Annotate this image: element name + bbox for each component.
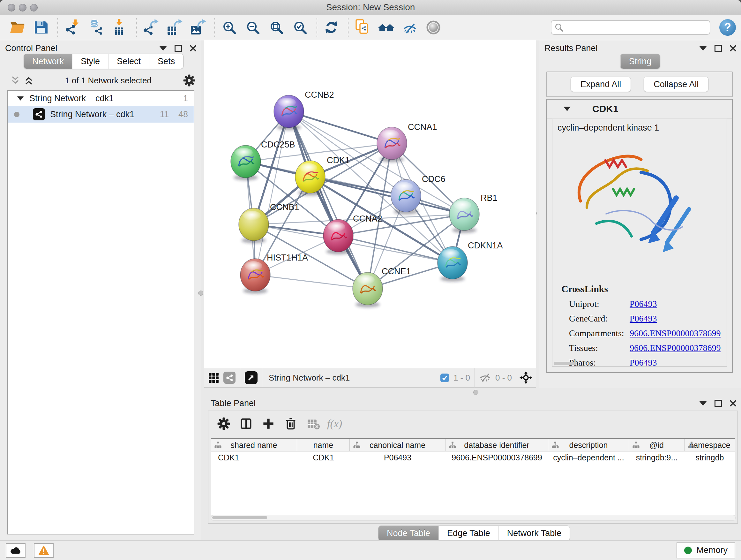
network-node-CDC25B[interactable] <box>231 145 261 180</box>
zoom-in-icon[interactable] <box>220 18 238 37</box>
network-node-CDC6[interactable] <box>391 179 421 214</box>
zoom-out-icon[interactable] <box>244 18 262 37</box>
uniprot-link[interactable]: P06493 <box>630 299 657 309</box>
network-node-CCNB1[interactable] <box>239 208 269 243</box>
network-options-gear-icon[interactable] <box>183 74 195 86</box>
collection-expander-icon[interactable] <box>17 97 23 101</box>
network-edge[interactable] <box>255 275 367 289</box>
cell-namespace[interactable]: stringdb <box>684 451 735 463</box>
zoom-fit-content-icon[interactable] <box>267 18 285 37</box>
hide-graphics-eye-slash-icon[interactable] <box>401 18 419 37</box>
add-column-plus-icon[interactable] <box>262 417 275 430</box>
apply-layout-refresh-icon[interactable] <box>322 18 340 37</box>
function-builder-icon[interactable]: f(x) <box>327 418 342 430</box>
show-graphics-orb-icon[interactable] <box>424 18 442 37</box>
tab-style[interactable]: Style <box>72 54 108 69</box>
panel-menu-icon[interactable] <box>699 46 707 51</box>
panel-float-icon[interactable] <box>715 45 722 52</box>
show-columns-icon[interactable] <box>240 417 253 430</box>
delete-table-icon[interactable] <box>307 418 318 429</box>
export-network-icon[interactable] <box>142 18 159 37</box>
collapse-all-button[interactable]: Collapse All <box>644 77 709 92</box>
cloud-status-button[interactable] <box>6 543 25 558</box>
column-header-canonical-name[interactable]: canonical name <box>350 439 446 451</box>
expand-all-chevrons-icon[interactable] <box>11 76 20 85</box>
cell-description[interactable]: cyclin–dependent ... <box>548 451 629 463</box>
network-node-CDKN1A[interactable] <box>437 246 468 282</box>
open-session-icon[interactable] <box>8 18 26 37</box>
search-input[interactable] <box>566 22 706 33</box>
network-node-HIST1H1A[interactable] <box>240 259 270 294</box>
cell-name[interactable]: CDK1 <box>297 451 350 463</box>
tab-edge-table[interactable]: Edge Table <box>439 526 498 541</box>
column-header-namespace[interactable]: namespace <box>684 439 735 451</box>
pharos-link[interactable]: P06493 <box>630 358 657 367</box>
tab-network-table[interactable]: Network Table <box>498 526 570 541</box>
cell-canonical-name[interactable]: P06493 <box>350 451 446 463</box>
column-header-shared-name[interactable]: shared name <box>211 439 297 451</box>
panel-close-icon[interactable] <box>730 45 737 52</box>
tab-string[interactable]: String <box>621 54 660 69</box>
network-edge[interactable] <box>338 236 453 263</box>
delete-column-trash-icon[interactable] <box>284 417 297 430</box>
grid-view-icon[interactable] <box>208 372 219 383</box>
birds-eye-crosshair-icon[interactable] <box>520 371 532 384</box>
panel-float-icon[interactable] <box>175 45 182 52</box>
export-table-icon[interactable] <box>165 18 183 37</box>
open-in-new-window-icon[interactable] <box>245 371 258 384</box>
save-session-icon[interactable] <box>32 18 50 37</box>
network-node-CCNA1[interactable] <box>377 127 407 162</box>
cell-id[interactable]: stringdb:9... <box>629 451 684 463</box>
network-row-selected[interactable]: String Network – cdk1 11 48 <box>8 106 194 123</box>
network-node-CCNB2[interactable] <box>274 95 304 130</box>
zoom-selected-icon[interactable] <box>291 18 309 37</box>
tab-node-table[interactable]: Node Table <box>379 526 439 541</box>
network-canvas[interactable]: CCNB2CCNA1CDC25BCDK1CDC6RB1CCNB1CCNA2CDK… <box>204 40 536 368</box>
network-edge[interactable] <box>289 111 392 143</box>
memory-button[interactable]: Memory <box>677 543 735 558</box>
clone-network-pages-icon[interactable] <box>354 18 372 37</box>
network-collection-row[interactable]: String Network – cdk1 1 <box>8 91 194 106</box>
network-edge[interactable] <box>255 111 289 275</box>
tab-network[interactable]: Network <box>24 54 72 69</box>
table-horizontal-scrollbar[interactable] <box>211 515 736 521</box>
cell-shared-name[interactable]: CDK1 <box>211 451 297 463</box>
tab-select[interactable]: Select <box>108 54 149 69</box>
houses-icon[interactable] <box>377 18 395 37</box>
panel-close-icon[interactable] <box>190 45 197 52</box>
help-icon[interactable]: ? <box>719 19 736 36</box>
table-scrollbar-thumb[interactable] <box>212 516 267 519</box>
selected-checkbox-icon[interactable] <box>441 374 449 382</box>
network-node-RB1[interactable] <box>449 198 479 233</box>
horizontal-splitter-handle[interactable] <box>473 390 478 395</box>
table-row[interactable]: CDK1 CDK1 P06493 9606.ENSP00000378699 cy… <box>211 451 735 463</box>
cell-database-identifier[interactable]: 9606.ENSP00000378699 <box>446 451 548 463</box>
results-horizontal-scrollbar-thumb[interactable] <box>554 362 577 365</box>
genecard-link[interactable]: P06493 <box>630 314 657 324</box>
string-network-graph[interactable]: CCNB2CCNA1CDC25BCDK1CDC6RB1CCNB1CCNA2CDK… <box>204 40 536 368</box>
import-table-from-file-icon[interactable] <box>111 18 128 37</box>
horizontal-splitter[interactable] <box>204 388 741 396</box>
column-header-database-identifier[interactable]: database identifier <box>446 439 548 451</box>
panel-float-icon[interactable] <box>715 400 722 407</box>
network-node-CCNA2[interactable] <box>323 219 353 254</box>
column-header-description[interactable]: description <box>548 439 629 451</box>
compartments-link[interactable]: 9606.ENSP00000378699 <box>630 328 721 338</box>
tab-sets[interactable]: Sets <box>149 54 183 69</box>
expand-all-button[interactable]: Expand All <box>570 77 631 92</box>
cdk1-section-header[interactable]: CDK1 <box>547 100 732 118</box>
export-image-icon[interactable] <box>189 18 207 37</box>
tissues-link[interactable]: 9606.ENSP00000378699 <box>630 343 721 353</box>
network-node-CCNE1[interactable] <box>353 272 383 307</box>
section-expander-icon[interactable] <box>563 107 570 111</box>
left-splitter-handle[interactable] <box>198 291 203 296</box>
import-network-from-database-icon[interactable] <box>87 18 105 37</box>
left-splitter[interactable] <box>201 40 204 540</box>
panel-close-icon[interactable] <box>730 400 737 407</box>
collapse-all-chevrons-icon[interactable] <box>24 76 33 85</box>
table-options-gear-icon[interactable] <box>217 417 230 430</box>
network-style-share-icon[interactable] <box>223 372 235 384</box>
import-network-from-file-icon[interactable] <box>63 18 81 37</box>
warnings-button[interactable] <box>34 543 54 558</box>
column-header-id[interactable]: @id <box>629 439 684 451</box>
